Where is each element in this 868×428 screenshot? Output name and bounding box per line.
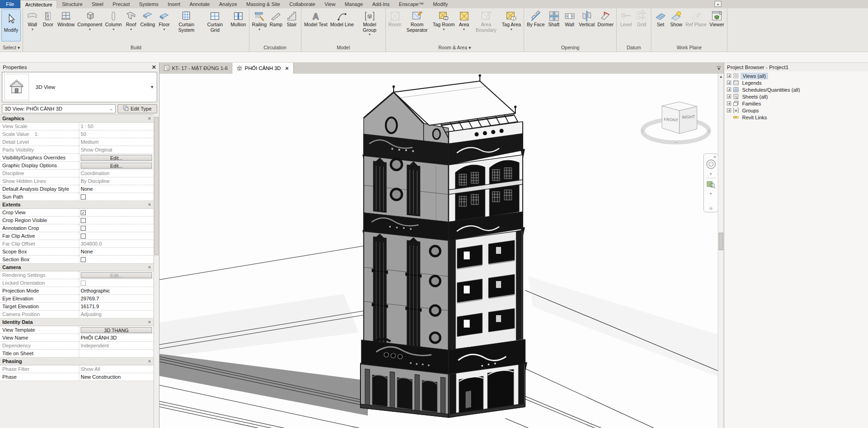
set-button[interactable]: Set (653, 9, 668, 44)
collapse-navbar-icon[interactable]: ⊖ (709, 206, 713, 211)
section-header-extents[interactable]: Extents« (0, 201, 154, 209)
navigation-bar[interactable]: ⊗ ▼ ▼ ⊖ (703, 153, 718, 212)
panel-label-room-area[interactable]: Room & Area ▾ (386, 44, 524, 52)
chevron-down-icon[interactable]: ▼ (709, 192, 713, 195)
checkbox[interactable] (81, 257, 86, 262)
by-face-button[interactable]: By Face (526, 9, 546, 44)
tree-item-views[interactable]: Views (all) (726, 72, 868, 79)
edit-button[interactable]: Edit... (81, 163, 152, 169)
edit-type-button[interactable]: Edit Type (118, 104, 157, 113)
curtain-system-button[interactable]: Curtain System (172, 9, 201, 44)
checkbox[interactable] (81, 218, 86, 223)
show-button[interactable]: Show (668, 9, 684, 44)
wall-opening-button[interactable]: Wall (562, 9, 578, 44)
ribbon-tab-modify[interactable]: Modify (428, 0, 452, 8)
ribbon-tab-structure[interactable]: Structure (57, 0, 87, 8)
door-button[interactable]: Door (40, 9, 56, 44)
checkbox[interactable] (81, 226, 86, 231)
ribbon-tab-massing-site[interactable]: Massing & Site (242, 0, 284, 8)
column-button[interactable]: Column▼ (104, 9, 123, 44)
wall-button[interactable]: Wall▼ (24, 9, 40, 44)
ramp-button[interactable]: Ramp (268, 9, 284, 44)
curtain-grid-button[interactable]: Curtain Grid (201, 9, 229, 44)
ribbon-tab-addins[interactable]: Add-Ins (367, 0, 394, 8)
tree-item-revit-links[interactable]: Revit Links (726, 114, 868, 121)
expand-icon[interactable] (727, 108, 731, 112)
checkbox[interactable]: ✓ (81, 210, 86, 215)
ribbon-tab-annotate[interactable]: Annotate (185, 0, 214, 8)
component-button[interactable]: Component▼ (76, 9, 104, 44)
mullion-button[interactable]: Mullion (229, 9, 247, 44)
zoom-icon[interactable] (706, 180, 716, 191)
checkbox[interactable] (81, 234, 86, 239)
model-line-button[interactable]: Model Line (329, 9, 355, 44)
ribbon-tab-analyze[interactable]: Analyze (214, 0, 242, 8)
scroll-up-icon[interactable]: ▲ (718, 74, 724, 80)
railing-button[interactable]: Railing▼ (251, 9, 268, 44)
ceiling-button[interactable]: Ceiling (139, 9, 156, 44)
ribbon-tab-insert[interactable]: Insert (163, 0, 185, 8)
window-button[interactable]: Window (56, 9, 76, 44)
stair-button[interactable]: Stair (284, 9, 300, 44)
dormer-button[interactable]: Dormer (596, 9, 615, 44)
canvas-scrollbar[interactable]: ▲ (718, 74, 724, 428)
expand-icon[interactable] (727, 101, 731, 106)
project-browser-tree: Views (all) Legends Schedules/Quantities… (724, 71, 868, 121)
type-selector[interactable]: 3D View ▼ (2, 72, 157, 102)
property-row: PhaseNew Construction (0, 373, 154, 381)
view-tab-list-icon[interactable] (715, 65, 722, 71)
tag-area-button[interactable]: 1Tag Area▼ (501, 9, 522, 44)
view-template-button[interactable]: 3D THANG (81, 327, 152, 333)
shaft-button[interactable]: Shaft (546, 9, 562, 44)
view-tab-3d-active[interactable]: PHỐI CẢNH 3D ✕ (232, 63, 294, 74)
roof-button[interactable]: Roof▼ (123, 9, 139, 44)
tree-item-groups[interactable]: Groups (726, 107, 868, 114)
ribbon-tab-collaborate[interactable]: Collaborate (285, 0, 320, 8)
section-header-phasing[interactable]: Phasing« (0, 358, 154, 365)
viewer-button[interactable]: Viewer (708, 9, 726, 44)
tree-item-sheets[interactable]: Sheets (all) (726, 93, 868, 100)
ribbon-tab-precast[interactable]: Precast (108, 0, 134, 8)
close-icon[interactable]: ✕ (152, 64, 156, 70)
chevron-down-icon[interactable]: ▼ (709, 172, 713, 176)
ribbon-tab-view[interactable]: View (320, 0, 340, 8)
section-header-identity-data[interactable]: Identity Data« (0, 318, 154, 326)
properties-scrollbar[interactable] (154, 116, 159, 428)
view-instance-combo[interactable]: 3D View: PHỐI CẢNH 3D ⌄ (2, 104, 116, 113)
model-canvas[interactable]: FRONT RIGHT ⊗ ▼ ▼ ⊖ ▲ (159, 74, 724, 428)
tree-item-legends[interactable]: Legends (726, 79, 868, 86)
steering-wheel-icon[interactable] (706, 159, 716, 171)
ribbon-tab-manage[interactable]: Manage (340, 0, 368, 8)
scrollbar-thumb[interactable] (719, 233, 723, 250)
close-icon[interactable]: ⊗ (713, 155, 716, 159)
area-button[interactable]: Area▼ (456, 9, 472, 44)
model-group-button[interactable]: Model Group▼ (355, 9, 384, 44)
viewcube[interactable]: FRONT RIGHT (639, 92, 713, 147)
ribbon-tab-enscape[interactable]: Enscape™ (394, 0, 428, 8)
vertical-opening-button[interactable]: Vertical (578, 9, 596, 44)
view-tab-sheet[interactable]: KT- 17 - MẶT ĐỨNG 1-6 (159, 63, 232, 74)
edit-button[interactable]: Edit... (81, 155, 152, 161)
floor-button[interactable]: Floor▼ (156, 9, 172, 44)
panel-label-select[interactable]: Select ▾ (0, 44, 23, 52)
section-header-camera[interactable]: Camera« (0, 264, 154, 271)
ribbon-tab-architecture[interactable]: Architecture (20, 0, 58, 8)
tag-room-button[interactable]: 1Tag Room▼ (431, 9, 456, 44)
room-separator-button[interactable]: Room Separator (403, 9, 431, 44)
ribbon-tab-systems[interactable]: Systems (134, 0, 163, 8)
model-text-button[interactable]: AModel Text (303, 9, 329, 44)
modify-button[interactable]: Modify (1, 9, 21, 41)
expand-icon[interactable] (727, 94, 731, 99)
expand-icon[interactable] (727, 74, 731, 78)
ribbon-display-toggle-icon[interactable]: ▴ (714, 1, 721, 7)
file-menu-button[interactable]: File (0, 0, 20, 8)
mullion-icon (232, 10, 244, 22)
section-header-graphics[interactable]: Graphics« (0, 115, 154, 123)
ribbon-tab-steel[interactable]: Steel (87, 0, 108, 8)
checkbox[interactable] (81, 194, 86, 199)
tree-item-schedules[interactable]: Schedules/Quantities (all) (726, 86, 868, 93)
expand-icon[interactable] (727, 81, 731, 85)
expand-icon[interactable] (727, 88, 731, 92)
tree-item-families[interactable]: Families (726, 100, 868, 107)
close-icon[interactable]: ✕ (285, 66, 289, 71)
